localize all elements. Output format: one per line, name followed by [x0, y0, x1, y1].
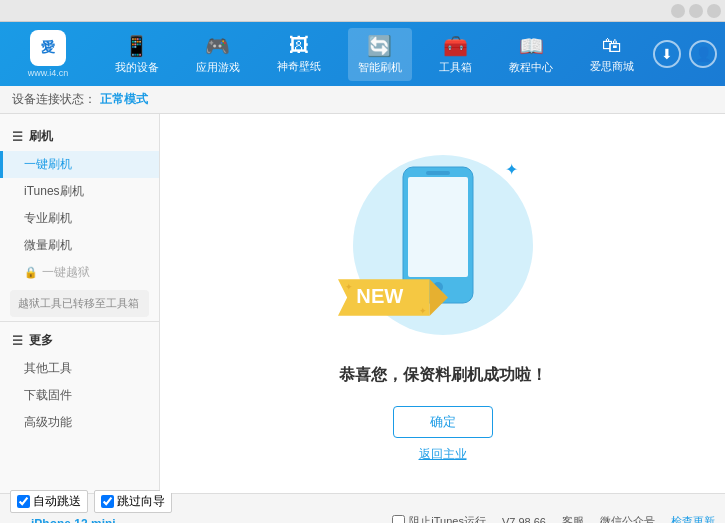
phone-illustration: ✦ ✦ NEW ✦ ✦ — [343, 145, 543, 345]
nav-toolbox-label: 工具箱 — [439, 60, 472, 75]
pro-flash-label: 专业刷机 — [24, 211, 72, 225]
lock-icon: 🔒 — [24, 266, 38, 279]
success-text: 恭喜您，保资料刷机成功啦！ — [339, 365, 547, 386]
svg-rect-1 — [408, 177, 468, 277]
sidebar-item-micro-flash[interactable]: 微量刷机 — [0, 232, 159, 259]
notice-text: 越狱工具已转移至工具箱 — [18, 297, 139, 309]
checkbox-row: 自动跳送 跳过向导 — [10, 490, 392, 513]
sidebar-item-other-tools[interactable]: 其他工具 — [0, 355, 159, 382]
auto-jump-label: 自动跳送 — [33, 493, 81, 510]
svg-text:✦: ✦ — [418, 306, 426, 316]
nav-apps-games-label: 应用游戏 — [196, 60, 240, 75]
more-section-icon: ☰ — [12, 334, 23, 348]
sidebar-item-pro-flash[interactable]: 专业刷机 — [0, 205, 159, 232]
confirm-button[interactable]: 确定 — [393, 406, 493, 438]
nav-toolbox[interactable]: 🧰 工具箱 — [429, 28, 482, 81]
advanced-label: 高级功能 — [24, 415, 72, 429]
flash-section-label: 刷机 — [29, 128, 53, 145]
close-btn[interactable] — [707, 4, 721, 18]
my-device-icon: 📱 — [124, 34, 149, 58]
minimize-btn[interactable] — [671, 4, 685, 18]
flash-section-title[interactable]: ☰ 刷机 — [0, 122, 159, 151]
logo-icon: 愛 — [30, 30, 66, 66]
nav-wallpaper[interactable]: 🖼 神奇壁纸 — [267, 28, 331, 80]
tutorial-icon: 📖 — [519, 34, 544, 58]
user-btn[interactable]: 👤 — [689, 40, 717, 68]
nav-smart-flash[interactable]: 🔄 智能刷机 — [348, 28, 412, 81]
download-btn[interactable]: ⬇ — [653, 40, 681, 68]
logo-site: www.i4.cn — [28, 68, 69, 78]
sidebar-item-advanced[interactable]: 高级功能 — [0, 409, 159, 436]
sidebar-item-one-key-flash[interactable]: 一键刷机 — [0, 151, 159, 178]
bottom-left: 自动跳送 跳过向导 📱 iPhone 12 mini 64GB Down-12m… — [10, 490, 392, 523]
svg-text:✦: ✦ — [345, 282, 353, 292]
sidebar-item-itunes-flash[interactable]: iTunes刷机 — [0, 178, 159, 205]
status-bar: 设备连接状态： 正常模式 — [0, 86, 725, 114]
nav-apps-games[interactable]: 🎮 应用游戏 — [186, 28, 250, 81]
device-name: iPhone 12 mini — [31, 517, 116, 523]
status-label: 设备连接状态： — [12, 91, 96, 108]
apps-games-icon: 🎮 — [205, 34, 230, 58]
itunes-flash-label: iTunes刷机 — [24, 184, 84, 198]
nav-mall-label: 爱思商城 — [590, 59, 634, 74]
bottom-bar: 自动跳送 跳过向导 📱 iPhone 12 mini 64GB Down-12m… — [0, 493, 725, 523]
bottom-right: V7.98.66 客服 微信公众号 检查更新 — [502, 514, 715, 523]
wechat-link[interactable]: 微信公众号 — [600, 514, 655, 523]
svg-rect-3 — [426, 171, 450, 175]
stop-itunes-checkbox[interactable] — [392, 515, 405, 523]
back-link[interactable]: 返回主业 — [419, 446, 467, 463]
nav-smart-flash-label: 智能刷机 — [358, 60, 402, 75]
more-section-title[interactable]: ☰ 更多 — [0, 326, 159, 355]
nav-tutorial[interactable]: 📖 教程中心 — [499, 28, 563, 81]
auto-jump-checkbox[interactable]: 自动跳送 — [10, 490, 88, 513]
skip-wizard-checkbox[interactable]: 跳过向导 — [94, 490, 172, 513]
check-update-link[interactable]: 检查更新 — [671, 514, 715, 523]
smart-flash-icon: 🔄 — [367, 34, 392, 58]
stop-itunes[interactable]: 阻止iTunes运行 — [392, 514, 486, 523]
logo[interactable]: 愛 www.i4.cn — [8, 30, 88, 78]
nav-wallpaper-label: 神奇壁纸 — [277, 59, 321, 74]
main-area: ☰ 刷机 一键刷机 iTunes刷机 专业刷机 微量刷机 🔒 一键越狱 越狱工具… — [0, 114, 725, 493]
nav-my-device[interactable]: 📱 我的设备 — [105, 28, 169, 81]
sidebar-locked-jailbreak: 🔒 一键越狱 — [0, 259, 159, 286]
one-key-flash-label: 一键刷机 — [24, 157, 72, 171]
sidebar-notice: 越狱工具已转移至工具箱 — [10, 290, 149, 317]
nav-right: ⬇ 👤 — [653, 40, 717, 68]
sidebar-divider — [0, 321, 159, 322]
title-bar — [0, 0, 725, 22]
sidebar: ☰ 刷机 一键刷机 iTunes刷机 专业刷机 微量刷机 🔒 一键越狱 越狱工具… — [0, 114, 160, 493]
locked-label: 一键越狱 — [42, 264, 90, 281]
device-details: iPhone 12 mini 64GB Down-12mini-13,1 — [31, 517, 116, 523]
toolbox-icon: 🧰 — [443, 34, 468, 58]
mall-icon: 🛍 — [602, 34, 622, 57]
micro-flash-label: 微量刷机 — [24, 238, 72, 252]
more-section-label: 更多 — [29, 332, 53, 349]
svg-text:NEW: NEW — [356, 285, 403, 307]
sidebar-item-download-firmware[interactable]: 下载固件 — [0, 382, 159, 409]
header: 愛 www.i4.cn 📱 我的设备 🎮 应用游戏 🖼 神奇壁纸 🔄 智能刷机 … — [0, 22, 725, 86]
skip-wizard-input[interactable] — [101, 495, 114, 508]
sparkle-top-right: ✦ — [505, 160, 518, 179]
device-row: 📱 iPhone 12 mini 64GB Down-12mini-13,1 — [10, 517, 392, 523]
nav-my-device-label: 我的设备 — [115, 60, 159, 75]
version-label: V7.98.66 — [502, 516, 546, 524]
skip-wizard-label: 跳过向导 — [117, 493, 165, 510]
maximize-btn[interactable] — [689, 4, 703, 18]
nav-items: 📱 我的设备 🎮 应用游戏 🖼 神奇壁纸 🔄 智能刷机 🧰 工具箱 📖 教程中心… — [96, 28, 653, 81]
content-area: ✦ ✦ NEW ✦ ✦ 恭喜您，保资料刷机成功啦！ 确定 返回主业 — [160, 114, 725, 493]
stop-itunes-label: 阻止iTunes运行 — [409, 514, 486, 523]
customer-service-link[interactable]: 客服 — [562, 514, 584, 523]
download-firmware-label: 下载固件 — [24, 388, 72, 402]
nav-mall[interactable]: 🛍 爱思商城 — [580, 28, 644, 80]
new-ribbon: NEW ✦ ✦ — [333, 270, 453, 325]
svg-marker-5 — [429, 279, 447, 316]
wallpaper-icon: 🖼 — [289, 34, 309, 57]
auto-jump-input[interactable] — [17, 495, 30, 508]
flash-section-icon: ☰ — [12, 130, 23, 144]
nav-tutorial-label: 教程中心 — [509, 60, 553, 75]
status-value: 正常模式 — [100, 91, 148, 108]
other-tools-label: 其他工具 — [24, 361, 72, 375]
